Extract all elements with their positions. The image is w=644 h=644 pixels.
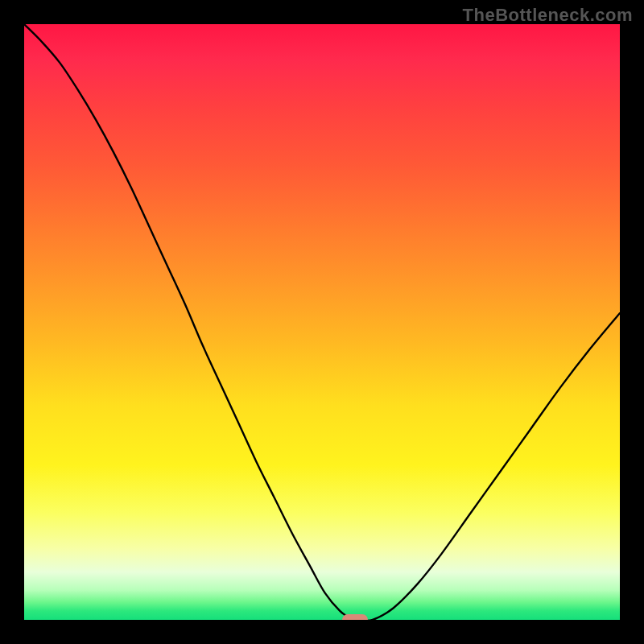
chart-frame: TheBottleneck.com [0, 0, 644, 644]
bottleneck-curve [24, 24, 620, 620]
watermark-text: TheBottleneck.com [463, 5, 633, 26]
optimum-marker [342, 614, 368, 620]
plot-area [24, 24, 620, 620]
